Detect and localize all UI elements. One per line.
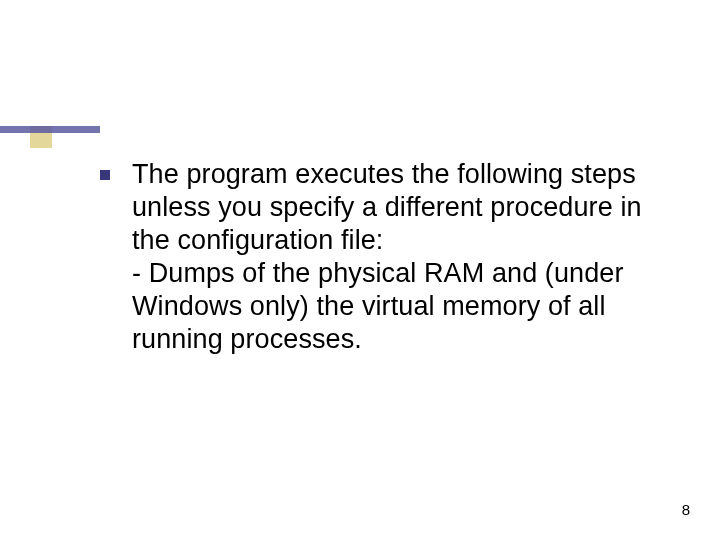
page-number: 8	[682, 501, 690, 518]
header-decoration	[0, 126, 100, 148]
bullet-text-block: The program executes the following steps…	[132, 158, 660, 356]
bullet-main-text: The program executes the following steps…	[132, 159, 642, 255]
bullet-sub-text: - Dumps of the physical RAM and (under W…	[132, 258, 624, 354]
slide-content: The program executes the following steps…	[100, 158, 660, 356]
accent-bar	[0, 126, 100, 133]
square-bullet-icon	[100, 170, 110, 180]
bullet-item: The program executes the following steps…	[100, 158, 660, 356]
